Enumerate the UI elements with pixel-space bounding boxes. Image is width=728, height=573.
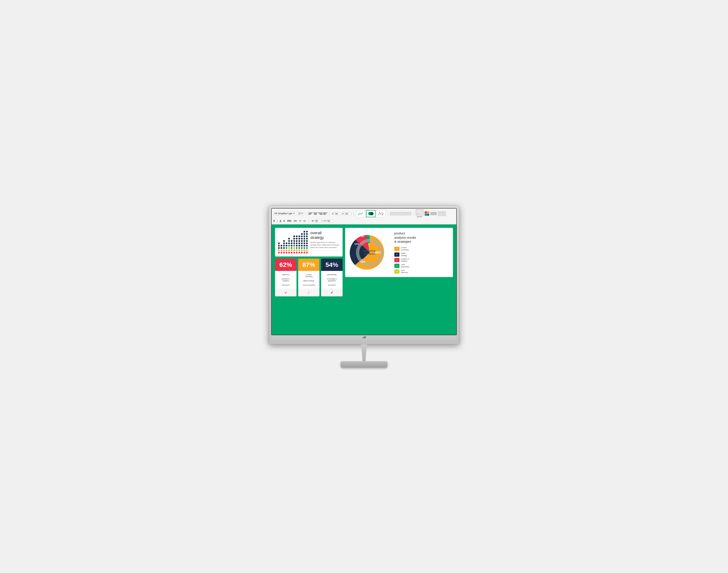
svg-point-1 (370, 212, 374, 215)
font-size-label: 12 (298, 212, 300, 215)
pct-8-label: 8% (361, 235, 364, 238)
stat-footer-1: ✓ (275, 289, 296, 296)
monitor-wrapper: HP Simplified Light 12 (269, 205, 459, 368)
color-grid-icon[interactable] (425, 211, 429, 216)
strategy-text: overall strategy Iterative approaches to… (310, 231, 340, 254)
legend-item-4: ✓ valueproposition (394, 264, 449, 268)
donut-section: 56% 18% 13% 8% 5% productivity & progres… (348, 231, 391, 274)
superscript-btn[interactable]: A² (299, 220, 301, 222)
stat-card-3: 54% sustainability knowledge &applicatio… (321, 259, 343, 296)
indent-input[interactable]: 0pt (335, 212, 341, 215)
abc-lower-btn[interactable]: abc (294, 220, 297, 222)
layout-btn-3[interactable] (399, 212, 404, 215)
link-icon: ⚭ (322, 219, 324, 222)
svg-point-3 (380, 213, 380, 214)
legend-badge-1: ✓ (394, 247, 399, 251)
stat-items-1: alignment statistics &analytics framewor… (275, 271, 296, 289)
stat-header-2: 87% (298, 259, 320, 271)
size-dropdown-arrow[interactable] (301, 213, 303, 214)
subscript-btn[interactable]: A₂ (303, 220, 306, 222)
indent-increase-btn[interactable]: ≡ (342, 212, 344, 215)
stat-item-3-2: knowledge &application (323, 277, 340, 283)
font-selector[interactable]: HP Simplified Light (273, 212, 296, 215)
italic-btn[interactable]: I (277, 220, 278, 222)
svg-point-8 (382, 214, 383, 215)
chart-icons-group (356, 210, 386, 217)
abc-upper-btn[interactable]: ABC (287, 220, 292, 222)
align-justify-btn[interactable] (323, 212, 327, 215)
legend-check-3: ✓ (396, 259, 398, 261)
width-input-group: W: 0pt ⚭ H: 0pt (312, 219, 333, 222)
line-chart-icon-btn[interactable] (356, 210, 365, 217)
stat-percent-1: 62% (277, 261, 294, 268)
layout-btn-4[interactable] (404, 212, 407, 215)
svg-point-2 (379, 214, 379, 215)
pct-18-label: 18% (360, 260, 366, 263)
legend-label-2: digitalstrategy (401, 252, 407, 257)
svg-point-5 (382, 212, 383, 213)
stat-percent-3: 54% (323, 261, 340, 268)
pct-5-label: 5% (369, 233, 372, 236)
indent-decrease-btn[interactable]: ≡ (332, 212, 333, 215)
height-label: H: (324, 220, 326, 222)
table-layout-icons (438, 211, 446, 216)
stat-item-3-3: innovation (323, 283, 340, 287)
underline2-btn[interactable]: A (283, 220, 285, 222)
table-grid-icon[interactable] (430, 212, 437, 215)
content-grid: overall strategy Iterative approaches to… (275, 228, 453, 296)
bold-btn[interactable]: B (273, 220, 275, 222)
donut-center-label: productivity & progress (363, 250, 376, 255)
layout-btns (390, 212, 411, 215)
align-center-btn[interactable] (313, 212, 318, 215)
height-field[interactable]: 0pt (327, 219, 333, 222)
check-1: ✓ (284, 291, 287, 295)
hp-logo-area: 𝒮𝒽 (271, 335, 457, 340)
font-name-label: HP Simplified Light (275, 212, 292, 215)
font-size-selector[interactable]: 12 (297, 212, 304, 215)
svg-point-4 (381, 214, 381, 215)
legend-badge-4: ✓ (394, 264, 399, 268)
separator-2 (329, 211, 330, 216)
layout-btn-2[interactable] (395, 212, 399, 215)
font-dropdown-arrow[interactable] (293, 213, 295, 214)
tbl-icon-3[interactable] (438, 214, 442, 216)
underline-btn[interactable]: A (280, 220, 281, 222)
width-field[interactable]: 0pt (314, 219, 321, 222)
spacing-input[interactable]: 0pt (345, 212, 351, 215)
donut-chart-icon-btn[interactable] (366, 210, 376, 217)
separator-4 (388, 211, 388, 216)
legend-label-1: contentmarketing (401, 247, 408, 251)
legend-item-5: ✓ workefficiency (394, 269, 449, 274)
legend-check-1: ✓ (396, 248, 398, 250)
tbl-icon-4[interactable] (442, 214, 446, 216)
align-right-btn[interactable] (318, 212, 323, 215)
analysis-title: product analysis results & strategies (394, 231, 449, 244)
stand-neck (356, 344, 372, 361)
legend-items: ✓ contentmarketing ✓ digitalstrategy ✓ (394, 247, 449, 274)
stat-card-2: 87% contentmarketing digital strategy cl… (298, 259, 320, 296)
layout-btn-5[interactable] (407, 212, 411, 215)
legend-label-3: analytics &statistics (401, 258, 409, 262)
scatter-chart-icon-btn[interactable] (376, 210, 386, 217)
layout-icons-group (390, 212, 411, 215)
tbl-icon-2[interactable] (442, 211, 446, 213)
tbl-icon-1[interactable] (438, 211, 442, 213)
stat-items-3: sustainability knowledge &application in… (321, 271, 343, 289)
legend-check-5: ✓ (396, 270, 398, 273)
stat-item-2-2: digital strategy (300, 279, 318, 283)
strategy-body: Iterative approaches to corporate strate… (310, 241, 340, 249)
legend-badge-2: ✓ (394, 253, 399, 257)
svg-point-6 (383, 213, 384, 214)
stat-card-1: 62% alignment statistics &analytics fram… (275, 259, 296, 296)
strategy-card: overall strategy Iterative approaches to… (275, 228, 343, 257)
layout-btn-1[interactable] (390, 212, 394, 215)
legend-item-2: ✓ digitalstrategy (394, 252, 449, 257)
align-left-btn[interactable] (308, 212, 312, 215)
pct-13-label: 13% (354, 243, 359, 245)
toolbar: HP Simplified Light 12 (272, 209, 456, 224)
picture-icon[interactable] (416, 209, 424, 215)
legend-badge-3: ✓ (394, 258, 399, 262)
screen: HP Simplified Light 12 (271, 208, 457, 335)
picture-label: picture (417, 216, 422, 218)
dot-chart (278, 231, 308, 254)
